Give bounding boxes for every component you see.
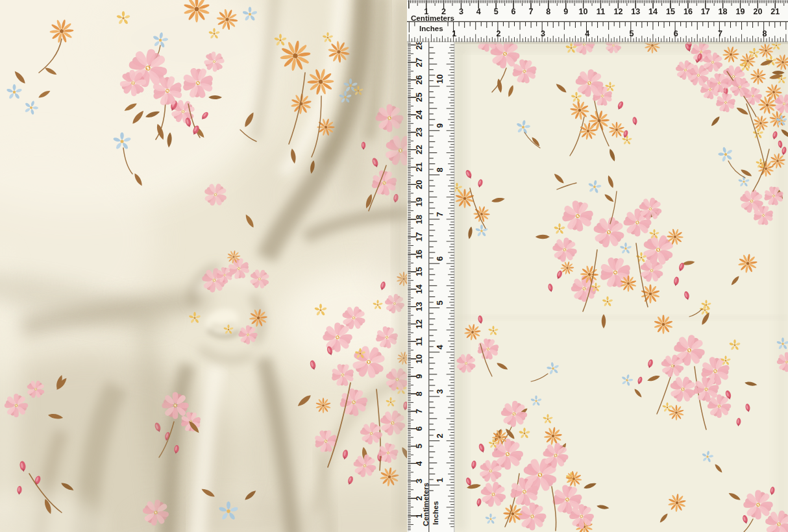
svg-text:8: 8 <box>414 391 424 396</box>
svg-text:13: 13 <box>414 302 424 311</box>
svg-text:21: 21 <box>770 7 780 16</box>
svg-text:4: 4 <box>476 7 481 16</box>
svg-text:8: 8 <box>546 7 550 16</box>
svg-text:3: 3 <box>414 479 424 483</box>
svg-text:23: 23 <box>414 128 424 138</box>
svg-text:5: 5 <box>414 444 424 448</box>
svg-text:3: 3 <box>541 29 545 38</box>
svg-text:4: 4 <box>585 29 589 38</box>
svg-text:26: 26 <box>414 75 424 85</box>
svg-text:4: 4 <box>414 461 424 466</box>
svg-text:25: 25 <box>414 93 424 103</box>
svg-text:20: 20 <box>414 180 424 189</box>
svg-text:7: 7 <box>718 29 722 38</box>
svg-text:14: 14 <box>648 7 658 16</box>
svg-text:10: 10 <box>414 354 424 364</box>
svg-text:9: 9 <box>414 374 424 378</box>
svg-text:3: 3 <box>435 389 445 394</box>
svg-text:6: 6 <box>435 256 445 261</box>
svg-text:9: 9 <box>435 123 445 128</box>
svg-text:7: 7 <box>414 409 424 413</box>
svg-text:18: 18 <box>719 7 728 16</box>
svg-text:15: 15 <box>666 7 675 16</box>
svg-text:27: 27 <box>414 58 424 67</box>
svg-text:1: 1 <box>452 29 456 38</box>
svg-text:21: 21 <box>414 162 424 172</box>
svg-text:5: 5 <box>629 29 634 38</box>
svg-text:12: 12 <box>613 7 622 16</box>
svg-text:5: 5 <box>494 7 499 16</box>
svg-text:17: 17 <box>414 232 424 242</box>
svg-text:10: 10 <box>579 7 588 16</box>
svg-text:22: 22 <box>414 145 424 154</box>
svg-text:24: 24 <box>414 110 424 119</box>
svg-text:5: 5 <box>435 300 445 305</box>
svg-text:Centimeters: Centimeters <box>411 14 454 22</box>
svg-text:15: 15 <box>414 267 424 277</box>
svg-text:2: 2 <box>435 433 445 438</box>
svg-text:11: 11 <box>414 337 424 346</box>
svg-text:7: 7 <box>435 212 445 217</box>
svg-text:10: 10 <box>435 74 445 84</box>
svg-text:14: 14 <box>414 284 424 294</box>
svg-text:6: 6 <box>414 426 424 431</box>
svg-text:11: 11 <box>597 7 605 16</box>
svg-text:8: 8 <box>435 167 445 172</box>
svg-text:16: 16 <box>683 7 693 16</box>
svg-text:12: 12 <box>414 319 424 329</box>
svg-text:8: 8 <box>762 29 767 38</box>
svg-text:19: 19 <box>735 7 745 16</box>
svg-text:2: 2 <box>497 29 501 38</box>
svg-text:13: 13 <box>631 7 640 16</box>
svg-text:6: 6 <box>674 29 678 38</box>
svg-text:18: 18 <box>414 215 424 224</box>
svg-text:4: 4 <box>435 345 445 350</box>
svg-text:1: 1 <box>435 478 445 482</box>
svg-text:Inches: Inches <box>431 501 439 525</box>
svg-text:9: 9 <box>563 7 568 16</box>
svg-text:Centimeters: Centimeters <box>421 483 430 526</box>
svg-text:20: 20 <box>753 7 762 16</box>
svg-text:7: 7 <box>528 7 533 16</box>
svg-text:6: 6 <box>511 7 516 16</box>
svg-text:17: 17 <box>701 7 710 16</box>
svg-text:Inches: Inches <box>419 24 443 32</box>
svg-text:16: 16 <box>414 250 424 260</box>
svg-text:19: 19 <box>414 197 424 207</box>
svg-text:3: 3 <box>459 7 463 16</box>
